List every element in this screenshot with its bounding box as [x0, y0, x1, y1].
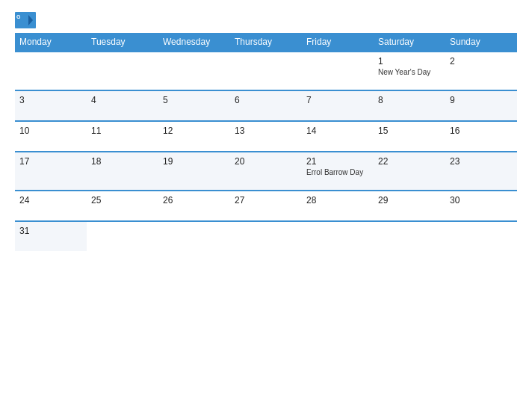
day-number: 27	[235, 195, 297, 206]
day-number: 14	[306, 126, 369, 136]
calendar-body: 1New Year's Day2345678910111213141516171…	[15, 52, 517, 251]
calendar-cell: 24	[15, 191, 87, 221]
day-number: 4	[91, 95, 154, 105]
day-number: 9	[450, 95, 513, 105]
day-number: 20	[235, 156, 297, 167]
calendar-cell: 23	[445, 152, 517, 191]
day-number: 8	[378, 95, 441, 105]
calendar-cell: 19	[158, 152, 230, 191]
weekday-header-monday: Monday	[15, 33, 87, 52]
country-label	[457, 12, 517, 16]
weekday-header-tuesday: Tuesday	[87, 33, 158, 52]
day-number: 21	[306, 156, 369, 167]
calendar-cell: 29	[374, 191, 445, 221]
day-number: 3	[19, 95, 82, 105]
day-number: 12	[163, 126, 226, 136]
weekday-header-saturday: Saturday	[374, 33, 445, 52]
calendar-cell	[158, 221, 230, 251]
calendar-cell: 25	[87, 191, 158, 221]
svg-text:G: G	[16, 14, 21, 19]
calendar-cell: 5	[158, 90, 230, 121]
calendar-table: MondayTuesdayWednesdayThursdayFridaySatu…	[15, 33, 517, 251]
weekday-header-wednesday: Wednesday	[158, 33, 230, 52]
day-number: 19	[163, 156, 226, 167]
calendar-cell: 31	[15, 221, 87, 251]
calendar-week-5: 24252627282930	[15, 191, 517, 221]
calendar-week-4: 1718192021Errol Barrow Day2223	[15, 152, 517, 191]
day-number: 23	[450, 156, 513, 167]
day-number: 17	[19, 156, 82, 167]
calendar-cell: 4	[87, 90, 158, 121]
day-number: 22	[378, 156, 441, 167]
day-number: 28	[306, 195, 369, 206]
calendar-cell	[230, 221, 302, 251]
calendar-cell: 28	[302, 191, 374, 221]
day-number: 15	[378, 126, 441, 136]
calendar-cell	[302, 52, 374, 90]
calendar-cell: 1New Year's Day	[374, 52, 445, 90]
day-number: 30	[450, 195, 513, 206]
calendar-cell: 26	[158, 191, 230, 221]
day-number: 25	[91, 195, 154, 206]
calendar-cell	[445, 221, 517, 251]
calendar-week-3: 10111213141516	[15, 121, 517, 152]
day-number: 31	[19, 226, 82, 236]
calendar-cell: 22	[374, 152, 445, 191]
calendar-cell: 3	[15, 90, 87, 121]
calendar-cell	[158, 52, 230, 90]
calendar-week-1: 1New Year's Day2	[15, 52, 517, 90]
day-number: 18	[91, 156, 154, 167]
calendar-cell: 11	[87, 121, 158, 152]
calendar-cell: 7	[302, 90, 374, 121]
day-number: 29	[378, 195, 441, 206]
calendar-cell: 14	[302, 121, 374, 152]
calendar-cell	[87, 221, 158, 251]
logo-icon: G	[15, 12, 36, 28]
calendar-cell	[302, 221, 374, 251]
day-number: 11	[91, 126, 154, 136]
calendar-header: MondayTuesdayWednesdayThursdayFridaySatu…	[15, 33, 517, 52]
day-number: 2	[450, 56, 513, 67]
day-number: 7	[306, 95, 369, 105]
calendar-cell	[374, 221, 445, 251]
day-number: 24	[19, 195, 82, 206]
day-number: 1	[378, 56, 441, 67]
weekday-header-thursday: Thursday	[230, 33, 302, 52]
calendar-cell: 12	[158, 121, 230, 152]
day-number: 16	[450, 126, 513, 136]
calendar-cell: 30	[445, 191, 517, 221]
calendar-page: G MondayTuesdayWednesdayThursdayFridaySa…	[0, 0, 532, 411]
day-number: 5	[163, 95, 226, 105]
calendar-cell: 15	[374, 121, 445, 152]
calendar-cell	[87, 52, 158, 90]
calendar-cell: 18	[87, 152, 158, 191]
day-number: 26	[163, 195, 226, 206]
day-number: 6	[235, 95, 297, 105]
calendar-week-2: 3456789	[15, 90, 517, 121]
calendar-cell: 20	[230, 152, 302, 191]
calendar-week-6: 31	[15, 221, 517, 251]
page-header: G	[15, 12, 517, 28]
calendar-cell: 9	[445, 90, 517, 121]
calendar-cell: 27	[230, 191, 302, 221]
calendar-cell	[230, 52, 302, 90]
holiday-label: Errol Barrow Day	[306, 168, 369, 176]
calendar-cell: 17	[15, 152, 87, 191]
calendar-cell: 2	[445, 52, 517, 90]
weekday-header-friday: Friday	[302, 33, 374, 52]
calendar-cell: 10	[15, 121, 87, 152]
calendar-cell: 21Errol Barrow Day	[302, 152, 374, 191]
calendar-cell: 13	[230, 121, 302, 152]
calendar-cell: 6	[230, 90, 302, 121]
calendar-cell	[15, 52, 87, 90]
calendar-cell: 8	[374, 90, 445, 121]
weekday-row: MondayTuesdayWednesdayThursdayFridaySatu…	[15, 33, 517, 52]
holiday-label: New Year's Day	[378, 68, 441, 76]
day-number: 13	[235, 126, 297, 136]
day-number: 10	[19, 126, 82, 136]
calendar-cell: 16	[445, 121, 517, 152]
weekday-header-sunday: Sunday	[445, 33, 517, 52]
logo: G	[15, 12, 39, 28]
